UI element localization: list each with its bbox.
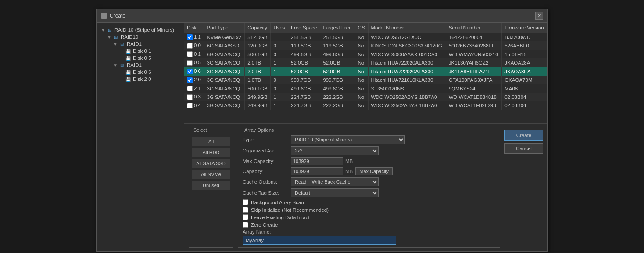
capacity-label: Capacity: (243, 169, 291, 174)
freeSpace-cell: 251.5GB (288, 33, 320, 42)
organized-select[interactable]: 2x2 3x2 4x2 (291, 146, 379, 155)
capacity-cell: 500.1GB (245, 84, 271, 93)
tree-item-disk20[interactable]: 💾 Disk 2 0 (98, 76, 182, 83)
row-checkbox[interactable] (187, 94, 193, 100)
serial-cell: 9QMBXS24 (446, 84, 501, 93)
skip-init-checkbox[interactable] (243, 207, 248, 213)
tree-label-disk20: Disk 2 0 (133, 76, 151, 82)
row-checkbox[interactable] (187, 60, 193, 66)
portType-cell: 6G SATA/SSD (204, 41, 245, 50)
cancel-button[interactable]: Cancel (504, 143, 543, 154)
tree-item-disk05[interactable]: 💾 Disk 0 5 (98, 54, 182, 61)
freeSpace-cell: 224.7GB (288, 93, 320, 101)
tree-label-disk05: Disk 0 5 (133, 55, 151, 61)
table-row[interactable]: 2 03G SATA/NCQ1.0TB0999.7GB999.7GBNoHita… (184, 76, 547, 84)
serial-cell: 50026B73340268EF (446, 41, 501, 50)
freeSpace-cell: 499.6GB (288, 84, 320, 93)
array-options-legend: Array Options (243, 127, 275, 133)
col-model: Model Number (368, 23, 446, 33)
select-unused-button[interactable]: Unused (192, 181, 230, 190)
portType-cell: 6G SATA/NCQ (204, 50, 245, 58)
tree-label-raid1-2: RAID1 (127, 62, 142, 68)
tree-label-disk01: Disk 0 1 (133, 48, 151, 54)
arrow-raid1-2: ▼ (112, 63, 118, 68)
capacity-input[interactable] (291, 167, 343, 175)
col-gs: GS (355, 23, 368, 33)
tree-item-raid1-1[interactable]: ▼ ⊟ RAID1 (98, 40, 182, 47)
tree-item-disk06[interactable]: 💾 Disk 0 6 (98, 69, 182, 76)
bg-scan-row: Background Array Scan (243, 199, 495, 205)
tree-item-disk01[interactable]: 💾 Disk 0 1 (98, 47, 182, 54)
table-row[interactable]: 0 06G SATA/SSD120.0GB0119.5GB119.5GBNoKI… (184, 41, 547, 50)
uses-cell: 0 (271, 84, 288, 93)
create-button[interactable]: Create (504, 130, 543, 141)
freeSpace-cell: 999.7GB (288, 76, 320, 84)
row-checkbox[interactable] (187, 77, 193, 83)
leave-existing-checkbox[interactable] (243, 214, 248, 220)
select-all-button[interactable]: All (192, 137, 230, 146)
model-cell: Hitachi HUA722020ALA330 (368, 67, 446, 76)
table-row[interactable]: 0 33G SATA/NCQ249.9GB1224.7GB222.2GBNoWD… (184, 93, 547, 101)
row-checkbox[interactable] (187, 86, 193, 91)
largestFree-cell: 251.5GB (320, 33, 355, 42)
freeSpace-cell: 52.0GB (288, 58, 320, 67)
disk-table-area: Disk Port Type Capacity Uses Free Space … (184, 23, 547, 124)
col-serial: Serial Number (446, 23, 501, 33)
portType-cell: 3G SATA/NCQ (204, 76, 245, 84)
freeSpace-cell: 499.6GB (288, 50, 320, 58)
tree-item-raid10[interactable]: ▼ ⊞ RAID10 (98, 33, 182, 40)
row-checkbox[interactable] (187, 43, 193, 49)
table-row[interactable]: 1 1NVMe Gen3 x2512.0GB1251.5GB251.5GBNoW… (184, 33, 547, 42)
largestFree-cell: 222.2GB (320, 93, 355, 101)
cache-tag-select[interactable]: Default 4KB 8KB 16KB (291, 188, 379, 197)
window-title: Create (110, 13, 125, 19)
table-row[interactable]: 0 43G SATA/NCQ249.9GB1224.7GB222.2GBNoWD… (184, 101, 547, 110)
table-row[interactable]: 2 13G SATA/NCQ500.1GB0499.6GB499.6GBNoST… (184, 84, 547, 93)
table-row[interactable]: 0 16G SATA/NCQ500.1GB0499.6GB499.6GBNoWD… (184, 50, 547, 58)
row-checkbox[interactable] (187, 103, 193, 108)
disk-table: Disk Port Type Capacity Uses Free Space … (184, 23, 547, 110)
max-capacity-input[interactable] (291, 157, 343, 165)
largestFree-cell: 52.0GB (320, 67, 355, 76)
freeSpace-cell: 52.0GB (288, 67, 320, 76)
firmware-cell: 15.01H15 (502, 50, 547, 58)
skip-init-row: Skip Initialize (Not Recommended) (243, 207, 495, 213)
select-all-hdd-button[interactable]: All HDD (192, 148, 230, 157)
raid-icon-3: ⊟ (118, 41, 125, 47)
leave-existing-row: Leave Existing Data Intact (243, 214, 495, 220)
disk-icon-1: 💾 (125, 48, 132, 54)
firmware-cell: JKAOA3EA (502, 67, 547, 76)
row-checkbox[interactable] (187, 34, 193, 40)
zero-create-label: Zero Create (251, 222, 278, 228)
max-capacity-button[interactable]: Max Capacity (355, 167, 393, 175)
array-options-fieldset: Array Options Type: RAID 10 (Stripe of M… (238, 127, 500, 248)
zero-create-row: Zero Create (243, 222, 495, 228)
model-cell: WDC WD2502ABYS-18B7A0 (368, 101, 446, 110)
gs-cell: No (355, 41, 368, 50)
tree-item-raid1-2[interactable]: ▼ ⊟ RAID1 (98, 61, 182, 69)
select-all-sata-button[interactable]: All SATA SSD (192, 159, 230, 168)
row-checkbox[interactable] (187, 69, 193, 74)
title-bar: Create ✕ (97, 9, 547, 23)
app-icon (101, 13, 107, 19)
close-button[interactable]: ✕ (535, 12, 543, 20)
tree-item-raid10-root[interactable]: ▼ ⊞ RAID 10 (Stripe of Mirrors) (98, 26, 182, 33)
col-uses: Uses (271, 23, 288, 33)
bg-scan-checkbox[interactable] (243, 199, 248, 205)
type-select[interactable]: RAID 10 (Stripe of Mirrors) RAID 5 RAID … (291, 135, 405, 144)
cache-options-row: Cache Options: Read + Write Back Cache R… (243, 177, 495, 186)
table-row[interactable]: 0 63G SATA/NCQ2.0TB152.0GB52.0GBNoHitach… (184, 67, 547, 76)
capacity-cell: 512.0GB (245, 33, 271, 42)
cache-options-select[interactable]: Read + Write Back Cache Read Back Cache … (291, 177, 379, 186)
capacity-cell: 249.9GB (245, 101, 271, 110)
disk-label: 0 0 (194, 43, 201, 48)
table-row[interactable]: 0 53G SATA/NCQ2.0TB152.0GB52.0GBNoHitach… (184, 58, 547, 67)
zero-create-checkbox[interactable] (243, 222, 248, 228)
disk-cell: 0 3 (184, 93, 204, 101)
array-name-input[interactable] (243, 236, 396, 245)
portType-cell: 3G SATA/NCQ (204, 93, 245, 101)
model-cell: WDC WDS512G1X0C- (368, 33, 446, 42)
firmware-cell: 526ABBF0 (502, 41, 547, 50)
row-checkbox[interactable] (187, 51, 193, 57)
select-all-nvme-button[interactable]: All NVMe (192, 170, 230, 179)
